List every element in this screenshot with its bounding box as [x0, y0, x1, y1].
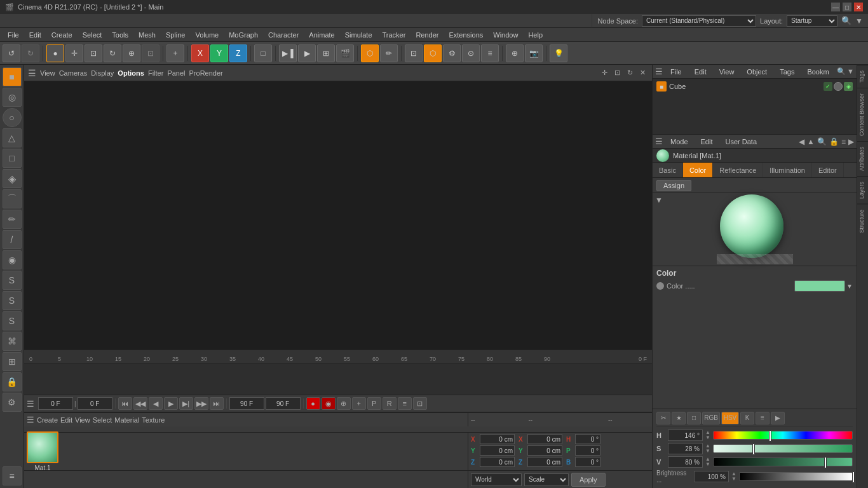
s-slider[interactable]	[713, 444, 853, 453]
om-file[interactable]: File	[665, 67, 687, 77]
key-pos-btn[interactable]: P	[367, 397, 381, 410]
vtab-tags[interactable]: Tags	[857, 65, 868, 88]
s-arrows[interactable]: ▲ ▼	[705, 444, 710, 454]
attr-lock-icon[interactable]: 🔒	[829, 137, 839, 146]
spline-side-btn[interactable]: ⌒	[3, 189, 22, 208]
mat-menu-select[interactable]: Select	[93, 416, 112, 424]
attr-user-data[interactable]: User Data	[721, 137, 763, 147]
menu-spline[interactable]: Spline	[161, 30, 191, 40]
menu-tracker[interactable]: Tracker	[377, 30, 411, 40]
v-arrows[interactable]: ▲ ▼	[705, 457, 710, 467]
line-btn[interactable]: /	[3, 230, 22, 249]
key-all-btn[interactable]: ⊕	[337, 397, 351, 410]
h-thumb[interactable]	[769, 430, 771, 442]
maximize-btn[interactable]: □	[843, 3, 851, 11]
color-dropdown[interactable]: ▼	[794, 280, 853, 292]
bp-btn[interactable]: ○	[3, 108, 22, 127]
s-value-input[interactable]: 28 %	[668, 443, 703, 454]
play-btn[interactable]: ▶	[298, 44, 316, 62]
transform-btn[interactable]: ⊕	[123, 44, 140, 62]
search-icon[interactable]: 🔍	[841, 16, 851, 25]
h-size-input[interactable]: 0 °	[575, 434, 600, 444]
vp-icon-refresh[interactable]: ↻	[624, 67, 635, 79]
vtab-structure[interactable]: Structure	[857, 204, 868, 238]
vp-menu-panel[interactable]: Panel	[167, 69, 185, 77]
color-arrow[interactable]: ▼	[846, 283, 853, 290]
render-btn[interactable]: 🎬	[336, 44, 354, 62]
undo-btn[interactable]: ↺	[3, 44, 20, 62]
select-rect-btn[interactable]: ⊡	[405, 44, 423, 62]
h-down-arrow[interactable]: ▼	[705, 435, 710, 440]
om-edit[interactable]: Edit	[689, 67, 712, 77]
vp-menu-cameras[interactable]: Cameras	[59, 69, 88, 77]
lock-btn[interactable]: 🔒	[3, 372, 22, 391]
current-frame-input[interactable]: 0 F	[38, 397, 73, 410]
obj-render-icon[interactable]	[834, 82, 843, 91]
v-down-arrow[interactable]: ▼	[705, 462, 710, 467]
obj-tag-icon[interactable]: ◈	[844, 82, 853, 91]
move-btn[interactable]: ✛	[65, 44, 83, 62]
redo-btn[interactable]: ↻	[22, 44, 39, 62]
y-pos-input[interactable]: 0 cm	[480, 445, 515, 456]
circle-btn[interactable]: ◉	[3, 250, 22, 269]
auto-key-btn[interactable]: ◉	[322, 397, 336, 410]
obj-visible-icon[interactable]: ✓	[824, 82, 832, 91]
menu-character[interactable]: Character	[263, 30, 304, 40]
material-thumbnail[interactable]	[27, 431, 58, 463]
model-btn[interactable]: ■	[3, 67, 22, 86]
om-search-icon[interactable]: 🔍	[837, 67, 846, 76]
anim-edit-btn[interactable]: ⊙	[462, 44, 480, 62]
vtab-content-browser[interactable]: Content Browser	[857, 88, 868, 141]
br-down-arrow[interactable]: ▼	[731, 477, 736, 482]
hsv-hsv-btn[interactable]: HSV	[721, 412, 739, 424]
hsv-k-btn[interactable]: K	[740, 412, 754, 424]
menu-file[interactable]: File	[3, 30, 24, 40]
z-rot-input[interactable]: 0 cm	[527, 457, 562, 467]
color-swatch[interactable]	[794, 280, 845, 292]
brightness-thumb[interactable]	[852, 471, 855, 483]
vp-menu-icon[interactable]: ☰	[28, 68, 36, 78]
sculpt-btn[interactable]: △	[3, 128, 22, 147]
prev-1-btn[interactable]: ◀	[149, 397, 163, 410]
hsv-cut-btn[interactable]: ✂	[656, 412, 670, 424]
menu-render[interactable]: Render	[410, 30, 444, 40]
menu-animate[interactable]: Animate	[304, 30, 339, 40]
vtab-layers[interactable]: Layers	[857, 176, 868, 204]
assign-button[interactable]: Assign	[656, 180, 691, 191]
s-thumb[interactable]	[752, 444, 755, 455]
color-preview-chevron[interactable]: ▼	[655, 196, 663, 205]
s1-btn[interactable]: S	[3, 271, 22, 290]
last-frame-btn[interactable]: ⏭	[210, 397, 224, 410]
z-pos-input[interactable]: 0 cm	[480, 457, 515, 467]
p-size-input[interactable]: 0 °	[575, 445, 600, 456]
v-value-input[interactable]: 80 %	[668, 456, 703, 468]
om-view[interactable]: View	[714, 67, 740, 77]
hsv-more-btn[interactable]: ▶	[771, 412, 785, 424]
tab-color[interactable]: Color	[683, 163, 713, 177]
next-frame-btn[interactable]: ▶▶	[194, 397, 208, 410]
mat-menu-create[interactable]: Create	[37, 416, 58, 424]
viewport[interactable]	[24, 81, 652, 349]
paint-btn[interactable]: ◎	[3, 88, 22, 107]
minimize-btn[interactable]: —	[831, 3, 840, 11]
polygon-btn[interactable]: ◈	[3, 169, 22, 188]
brightness-arrows[interactable]: ▲ ▼	[731, 471, 736, 482]
key-rot-btn[interactable]: R	[383, 397, 397, 410]
b-size-input[interactable]: 0 °	[575, 457, 600, 467]
mat-menu-texture[interactable]: Texture	[142, 416, 165, 424]
menu-create[interactable]: Create	[46, 30, 78, 40]
hsv-rgb-btn[interactable]: RGB	[702, 412, 720, 424]
vp-icon-resize[interactable]: ⊡	[611, 67, 623, 79]
vp-menu-filter[interactable]: Filter	[148, 69, 163, 77]
cube-front-btn[interactable]: ⬡	[361, 44, 379, 62]
menu-edit[interactable]: Edit	[24, 30, 46, 40]
deform-btn[interactable]: ⌘	[3, 332, 22, 351]
attr-up-icon[interactable]: ▲	[807, 137, 815, 146]
snap-btn[interactable]: ⊕	[506, 44, 524, 62]
hsv-square-btn[interactable]: □	[687, 412, 701, 424]
scale-dropdown[interactable]: Scale	[524, 473, 569, 486]
filter-icon[interactable]: ▼	[855, 17, 863, 25]
settings-btn[interactable]: ⚙	[3, 393, 22, 412]
motion-btn[interactable]: □	[3, 149, 22, 168]
next-1-btn[interactable]: ▶|	[179, 397, 193, 410]
